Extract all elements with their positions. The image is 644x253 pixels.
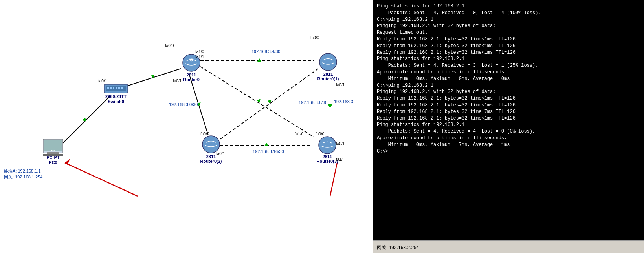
svg-marker-5 (257, 58, 261, 62)
svg-text:fa0/1: fa0/1 (336, 83, 345, 87)
svg-text:2811: 2811 (187, 73, 196, 77)
svg-text:fa0/0: fa0/0 (200, 132, 209, 136)
terminal-line: Ping statistics for 192.168.2.1: (377, 3, 640, 10)
svg-text:PC-PT: PC-PT (47, 155, 60, 160)
svg-text:Router0: Router0 (183, 77, 200, 82)
svg-line-2 (120, 69, 181, 88)
svg-rect-35 (118, 87, 120, 89)
terminal-panel: Ping statistics for 192.168.2.1: Packets… (373, 0, 644, 253)
svg-text:fa1/1: fa1/1 (195, 55, 204, 59)
svg-text:fa0/1: fa0/1 (173, 79, 182, 83)
svg-rect-33 (113, 87, 114, 89)
svg-line-8 (200, 67, 314, 137)
gateway-info: 网关: 192.168.2.254 (377, 244, 419, 251)
terminal-line: Reply from 192.168.2.1: bytes=32 time<1m… (377, 36, 640, 43)
svg-text:192.168.3.8/30: 192.168.3.8/30 (299, 100, 327, 105)
svg-text:Router0(1): Router0(1) (317, 76, 339, 81)
svg-rect-36 (121, 87, 123, 89)
terminal-line: Reply from 192.168.2.1: bytes=32 time<1m… (377, 102, 640, 109)
terminal-line: Ping statistics for 192.168.2.1: (377, 122, 640, 128)
svg-line-18 (330, 163, 337, 196)
svg-marker-11 (328, 104, 332, 108)
svg-text:2811: 2811 (323, 154, 332, 159)
svg-text:网关: 192.168.1.254: 网关: 192.168.1.254 (4, 175, 42, 179)
terminal-line: Approximate round trip times in milli-se… (377, 69, 640, 76)
terminal-line: C:\>ping 192.168.2.1 (377, 82, 640, 89)
svg-text:fa0/1: fa0/1 (216, 151, 225, 156)
svg-text:fa1/0: fa1/0 (195, 49, 204, 54)
svg-text:Router0(2): Router0(2) (200, 159, 222, 164)
terminal-line: Reply from 192.168.2.1: bytes=32 time<1m… (377, 95, 640, 102)
svg-line-16 (65, 163, 138, 196)
terminal-line: Reply from 192.168.2.1: bytes=32 time<1m… (377, 49, 640, 56)
terminal-line: Minimum = 0ms, Maximum = 0ms, Average = … (377, 76, 640, 82)
svg-text:2960-24TT: 2960-24TT (105, 94, 127, 99)
svg-point-49 (319, 53, 337, 71)
terminal-line: Reply from 192.168.2.1: bytes=32 time=7m… (377, 109, 640, 115)
svg-text:▪▪▪: ▪▪▪ (51, 149, 55, 152)
svg-rect-21 (47, 152, 59, 154)
svg-text:fa1/0: fa1/0 (295, 132, 304, 136)
svg-text:fa1/: fa1/ (336, 157, 343, 162)
terminal-line: Reply from 192.168.2.1: bytes=32 time<1m… (377, 115, 640, 122)
svg-marker-13 (264, 143, 268, 146)
terminal-line: Pinging 192.168.2.1 with 32 bytes of dat… (377, 23, 640, 29)
svg-text:fa0/0: fa0/0 (310, 36, 319, 40)
terminal-line: Minimum = 0ms, Maximum = 7ms, Average = … (377, 142, 640, 148)
svg-text:192.168.3.16/30: 192.168.3.16/30 (253, 149, 284, 154)
svg-text:Router0(3): Router0(3) (316, 159, 338, 164)
terminal-line: Packets: Sent = 4, Received = 3, Lost = … (377, 62, 640, 69)
svg-text:Switch0: Switch0 (108, 99, 124, 104)
terminal-line: Request timed out. (377, 29, 640, 36)
svg-text:fa0/0: fa0/0 (165, 44, 174, 48)
svg-text:PC0: PC0 (49, 160, 57, 165)
network-diagram: ▪▪▪ PC-PT PC0 终端A: 192.168.1.1 网关: 192.1… (0, 0, 377, 253)
terminal-line: Pinging 192.168.2.1 with 32 bytes of dat… (377, 89, 640, 95)
svg-text:fa0/1: fa0/1 (336, 142, 345, 146)
terminal-line: C:\>ping 192.168.2.1 (377, 16, 640, 23)
svg-text:192.168.3.: 192.168.3. (334, 99, 354, 104)
svg-text:192.168.3.0/30: 192.168.3.0/30 (169, 102, 198, 107)
svg-marker-17 (65, 159, 70, 165)
svg-text:192.168.3.4/30: 192.168.3.4/30 (251, 49, 280, 54)
svg-point-55 (202, 136, 220, 153)
svg-marker-1 (82, 117, 88, 123)
svg-text:2811: 2811 (323, 72, 333, 76)
terminal-line: Approximate round trip times in milli-se… (377, 135, 640, 142)
terminal-output: Ping statistics for 192.168.2.1: Packets… (373, 0, 644, 240)
svg-point-60 (319, 137, 336, 154)
terminal-line: Reply from 192.168.2.1: bytes=32 time<1m… (377, 43, 640, 49)
svg-text:终端A: 192.168.1.1: 终端A: 192.168.1.1 (4, 169, 41, 173)
bottom-info-bar: 网关: 192.168.2.254 (373, 242, 644, 253)
terminal-line: Packets: Sent = 4, Received = 0, Lost = … (377, 10, 640, 16)
terminal-line: C:\> (377, 148, 640, 155)
svg-text:fa0/1: fa0/1 (98, 79, 107, 83)
terminal-line: Packets: Sent = 4, Received = 4, Lost = … (377, 128, 640, 135)
svg-rect-32 (110, 87, 112, 89)
svg-rect-31 (107, 87, 109, 89)
svg-text:fa0/0: fa0/0 (316, 132, 325, 136)
terminal-line: Ping statistics for 192.168.2.1: (377, 56, 640, 62)
svg-rect-34 (116, 87, 117, 89)
svg-text:2811: 2811 (206, 154, 216, 159)
